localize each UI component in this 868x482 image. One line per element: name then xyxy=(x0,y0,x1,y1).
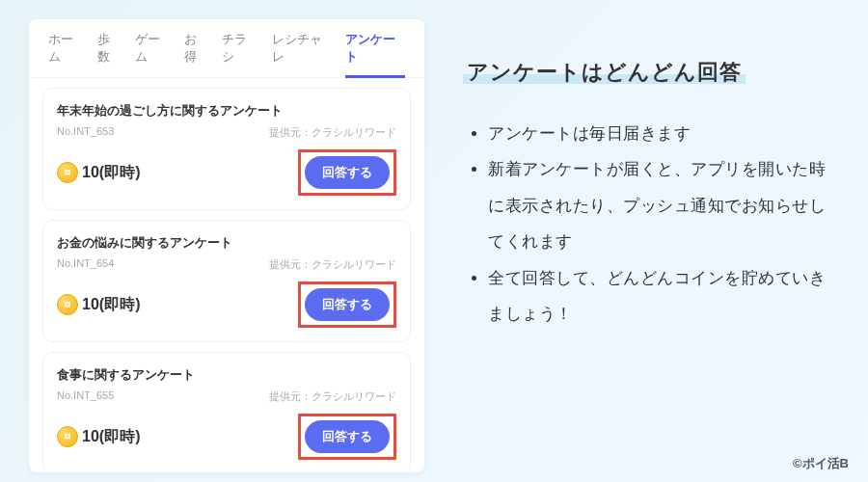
bullet-item: アンケートは毎日届きます xyxy=(488,116,839,151)
survey-title: 食事に関するアンケート xyxy=(57,366,396,384)
copyright: ©ポイ活B xyxy=(793,455,849,472)
tab-お得[interactable]: お得 xyxy=(184,31,208,77)
survey-meta: No.INT_654 提供元：クラシルリワード xyxy=(57,257,396,272)
answer-button[interactable]: 回答する xyxy=(305,420,390,453)
reward-label: ¤ 10(即時) xyxy=(57,426,140,447)
explanation-panel: アンケートはどんどん回答 アンケートは毎日届きます新着アンケートが届くと、アプリ… xyxy=(463,19,839,472)
bullet-list: アンケートは毎日届きます新着アンケートが届くと、アプリを開いた時に表示されたり、… xyxy=(463,116,839,332)
survey-id: No.INT_654 xyxy=(57,257,114,272)
survey-provider: 提供元：クラシルリワード xyxy=(269,257,396,272)
survey-provider: 提供元：クラシルリワード xyxy=(269,389,396,404)
highlight-box: 回答する xyxy=(298,149,396,196)
survey-card: 食事に関するアンケート No.INT_655 提供元：クラシルリワード ¤ 10… xyxy=(42,352,411,472)
survey-provider: 提供元：クラシルリワード xyxy=(269,125,396,140)
tab-アンケート[interactable]: アンケート xyxy=(345,31,405,78)
coin-icon: ¤ xyxy=(57,162,78,183)
answer-button[interactable]: 回答する xyxy=(305,288,390,321)
survey-meta: No.INT_653 提供元：クラシルリワード xyxy=(57,125,396,140)
bullet-item: 新着アンケートが届くと、アプリを開いた時に表示されたり、プッシュ通知でお知らせし… xyxy=(488,151,839,259)
coin-icon: ¤ xyxy=(57,294,78,315)
survey-list: 年末年始の過ごし方に関するアンケート No.INT_653 提供元：クラシルリワ… xyxy=(29,88,424,472)
survey-card: お金の悩みに関するアンケート No.INT_654 提供元：クラシルリワード ¤… xyxy=(42,220,411,342)
tab-ホーム[interactable]: ホーム xyxy=(48,31,84,77)
tab-レシチャレ[interactable]: レシチャレ xyxy=(272,31,332,77)
survey-card: 年末年始の過ごし方に関するアンケート No.INT_653 提供元：クラシルリワ… xyxy=(42,88,411,210)
highlight-box: 回答する xyxy=(298,281,396,328)
tab-歩数[interactable]: 歩数 xyxy=(97,31,122,77)
reward-label: ¤ 10(即時) xyxy=(57,162,140,183)
survey-meta: No.INT_655 提供元：クラシルリワード xyxy=(57,389,396,404)
coin-icon: ¤ xyxy=(57,426,78,447)
tab-ゲーム[interactable]: ゲーム xyxy=(135,31,171,77)
section-heading: アンケートはどんどん回答 xyxy=(463,60,746,84)
tab-bar: ホーム歩数ゲームお得チラシレシチャレアンケート xyxy=(29,19,424,78)
highlight-box: 回答する xyxy=(298,414,396,460)
survey-id: No.INT_655 xyxy=(57,389,114,404)
survey-title: 年末年始の過ごし方に関するアンケート xyxy=(57,102,396,120)
reward-label: ¤ 10(即時) xyxy=(57,294,140,315)
tab-チラシ[interactable]: チラシ xyxy=(222,31,258,77)
survey-id: No.INT_653 xyxy=(57,125,114,140)
bullet-item: 全て回答して、どんどんコインを貯めていきましょう！ xyxy=(488,260,839,333)
survey-title: お金の悩みに関するアンケート xyxy=(57,234,396,252)
app-screenshot: ホーム歩数ゲームお得チラシレシチャレアンケート 年末年始の過ごし方に関するアンケ… xyxy=(29,19,424,472)
answer-button[interactable]: 回答する xyxy=(305,156,390,189)
